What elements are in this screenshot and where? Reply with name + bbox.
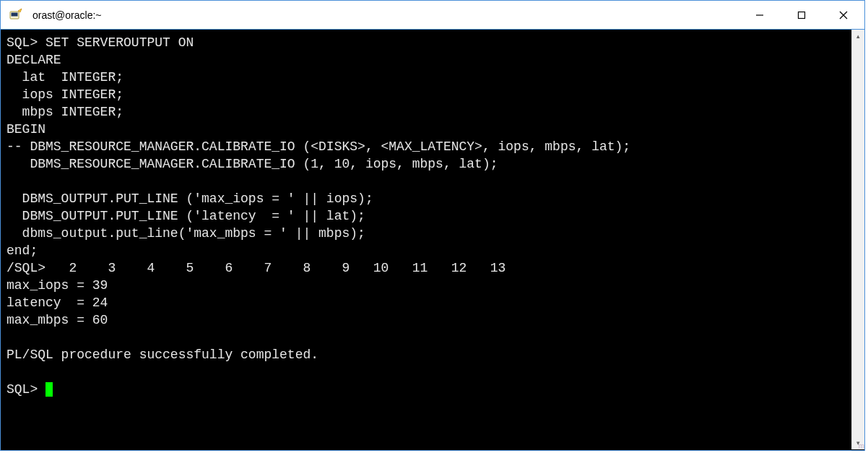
- app-icon: [1, 8, 31, 22]
- titlebar[interactable]: orast@oracle:~: [1, 1, 864, 30]
- svg-rect-3: [799, 12, 805, 18]
- maximize-button[interactable]: [781, 1, 823, 29]
- scroll-up-arrow[interactable]: ▴: [852, 30, 864, 43]
- window-title: orast@oracle:~: [31, 9, 739, 21]
- minimize-button[interactable]: [739, 1, 781, 29]
- scroll-thumb-area[interactable]: [852, 43, 864, 436]
- cursor: [45, 382, 53, 397]
- close-button[interactable]: [823, 1, 864, 29]
- putty-window: orast@oracle:~ SQL> SET SERVEROUTPUT ON …: [0, 0, 865, 451]
- svg-rect-1: [12, 12, 18, 16]
- terminal-area[interactable]: SQL> SET SERVEROUTPUT ON DECLARE lat INT…: [1, 30, 864, 450]
- watermark: m: [859, 442, 864, 450]
- scrollbar[interactable]: ▴ ▾: [851, 30, 864, 449]
- window-controls: [739, 1, 864, 29]
